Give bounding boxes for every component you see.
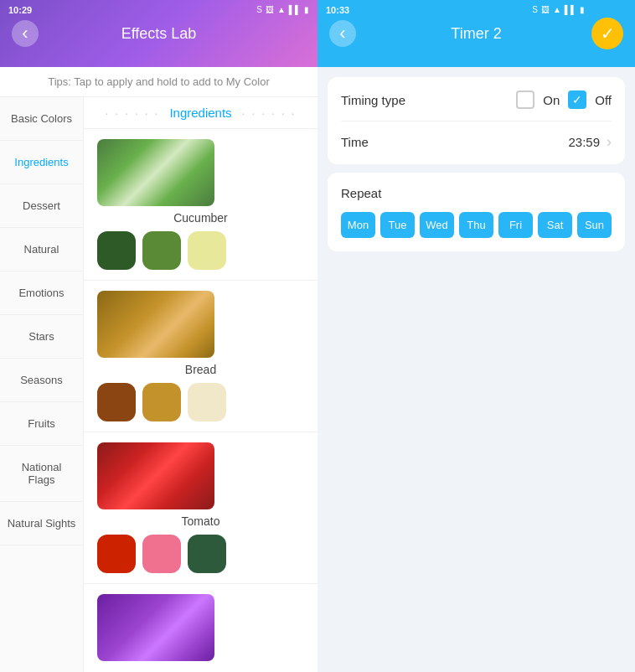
purple-veg-img-placeholder (97, 594, 214, 661)
status-time-right: 10:33 (326, 5, 349, 15)
right-body: Timing type On Off Time 23:59 › Repeat M… (318, 67, 635, 672)
bread-image[interactable] (97, 291, 214, 358)
bread-img-placeholder (97, 291, 214, 358)
left-body: Basic Colors Ingredients Dessert Natural… (0, 97, 318, 672)
left-dots: · · · · · · (106, 106, 160, 120)
right-signal-icon: ▌▌ (565, 5, 576, 14)
sidebar-item-ingredients[interactable]: Ingredients (0, 141, 83, 184)
cucumber-swatch-3[interactable] (188, 231, 226, 270)
right-sim-icon: S (532, 5, 538, 14)
bread-swatch-3[interactable] (188, 383, 226, 421)
off-toggle[interactable] (568, 90, 586, 109)
bread-swatches (97, 383, 304, 421)
tomato-img-placeholder (97, 442, 214, 509)
right-battery-icon: ▮ (580, 5, 585, 14)
tabs-row: · · · · · · Ingredients · · · · · · (84, 97, 318, 129)
battery-icon: ▮ (304, 5, 309, 14)
right-img-icon: 🖼 (541, 5, 550, 14)
timing-row: Timing type On Off (341, 90, 612, 109)
day-tue[interactable]: Tue (380, 212, 415, 238)
time-label: Time (341, 135, 369, 149)
wifi-icon: ▲ (277, 5, 286, 14)
sidebar-item-fruits[interactable]: Fruits (0, 402, 83, 446)
bread-name: Bread (97, 363, 304, 376)
cucumber-name: Cucumber (97, 211, 304, 225)
right-title: Timer 2 (451, 25, 501, 43)
sidebar-item-national-flags[interactable]: National Flags (0, 446, 83, 502)
status-icons-right: S 🖼 ▲ ▌▌ ▮ (532, 5, 585, 14)
day-thu[interactable]: Thu (459, 212, 493, 238)
tips-text: Tips: Tap to apply and hold to add to My… (48, 75, 270, 88)
repeat-title: Repeat (341, 186, 612, 200)
sim-icon: S (256, 5, 262, 14)
time-value: 23:59 (568, 135, 600, 149)
left-back-button[interactable] (12, 20, 39, 47)
tomato-swatches (97, 535, 304, 573)
content-area: · · · · · · Ingredients · · · · · · Cucu… (84, 97, 318, 672)
cucumber-swatch-1[interactable] (97, 231, 136, 270)
day-mon[interactable]: Mon (341, 212, 375, 238)
sidebar: Basic Colors Ingredients Dessert Natural… (0, 97, 84, 672)
day-sun[interactable]: Sun (577, 212, 612, 238)
toggle-group: On Off (516, 90, 612, 109)
right-wifi-icon: ▲ (553, 5, 561, 14)
right-header: 10:33 S 🖼 ▲ ▌▌ ▮ Timer 2 (318, 0, 635, 67)
tomato-image[interactable] (97, 442, 214, 509)
right-panel: 10:33 S 🖼 ▲ ▌▌ ▮ Timer 2 Timing type On … (318, 0, 635, 672)
sidebar-item-natural[interactable]: Natural (0, 228, 83, 271)
time-arrow-icon[interactable]: › (607, 133, 612, 151)
time-row: Time 23:59 › (341, 121, 612, 151)
ingredient-bread: Bread (84, 281, 318, 432)
img-icon: 🖼 (266, 5, 274, 14)
signal-icon: ▌▌ (289, 5, 301, 14)
status-icons-left: S 🖼 ▲ ▌▌ ▮ (256, 5, 309, 14)
sidebar-item-stars[interactable]: Stars (0, 315, 83, 359)
purple-veg-image[interactable] (97, 594, 214, 661)
ingredient-tomato: Tomato (84, 432, 318, 584)
cucumber-img-placeholder (97, 139, 214, 206)
sidebar-item-emotions[interactable]: Emotions (0, 271, 83, 315)
sidebar-item-dessert[interactable]: Dessert (0, 184, 83, 228)
cucumber-swatches (97, 231, 304, 270)
cucumber-swatch-2[interactable] (142, 231, 181, 270)
tomato-name: Tomato (97, 514, 304, 528)
left-panel: 10:29 S 🖼 ▲ ▌▌ ▮ Effects Lab Tips: Tap t… (0, 0, 318, 672)
ingredient-purple-veg (84, 584, 318, 672)
days-row: Mon Tue Wed Thu Fri Sat Sun (341, 212, 612, 238)
off-label: Off (595, 93, 612, 107)
bread-swatch-2[interactable] (142, 383, 181, 421)
on-label: On (543, 93, 560, 107)
bread-swatch-1[interactable] (97, 383, 136, 421)
tips-bar: Tips: Tap to apply and hold to add to My… (0, 67, 318, 97)
left-title: Effects Lab (121, 25, 197, 43)
sidebar-item-seasons[interactable]: Seasons (0, 359, 83, 402)
right-dots: · · · · · · (242, 106, 297, 120)
sidebar-item-basic-colors[interactable]: Basic Colors (0, 97, 83, 141)
timing-type-card: Timing type On Off Time 23:59 › (328, 77, 625, 164)
tomato-swatch-3[interactable] (188, 535, 226, 573)
status-time-left: 10:29 (8, 5, 32, 15)
right-back-button[interactable] (329, 20, 356, 47)
day-wed[interactable]: Wed (420, 212, 454, 238)
tomato-swatch-1[interactable] (97, 535, 136, 573)
sidebar-item-natural-sights[interactable]: Natural Sights (0, 502, 83, 545)
on-toggle[interactable] (516, 90, 534, 109)
cucumber-image[interactable] (97, 139, 214, 206)
ingredient-cucumber: Cucumber (84, 129, 318, 281)
confirm-button[interactable] (591, 18, 623, 49)
timing-type-label: Timing type (341, 93, 405, 107)
day-fri[interactable]: Fri (498, 212, 533, 238)
repeat-card: Repeat Mon Tue Wed Thu Fri Sat (328, 173, 625, 251)
active-tab-label[interactable]: Ingredients (159, 106, 241, 120)
tomato-swatch-2[interactable] (142, 535, 181, 573)
day-sat[interactable]: Sat (538, 212, 572, 238)
left-header: 10:29 S 🖼 ▲ ▌▌ ▮ Effects Lab (0, 0, 318, 67)
